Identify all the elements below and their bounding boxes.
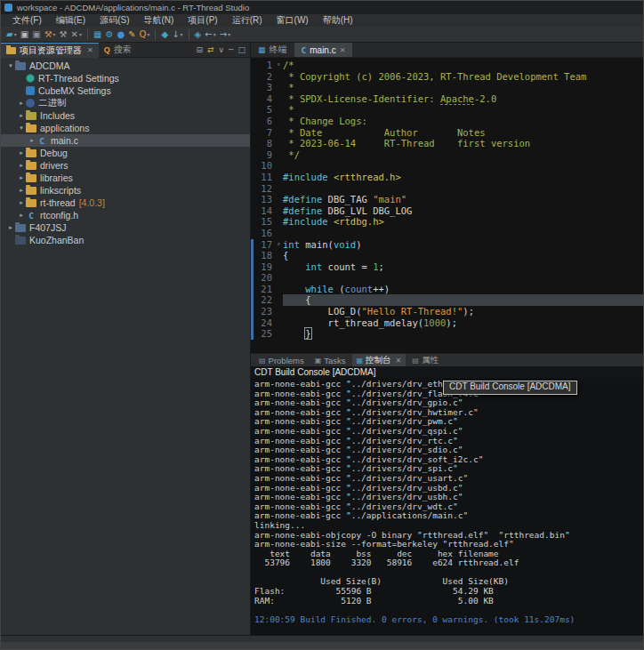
code-line[interactable]: 15#include <rtdbg.h> xyxy=(251,216,643,228)
tree-item-rtconfig-h[interactable]: ▸Crtconfig.h xyxy=(1,209,250,221)
tree-expander-icon[interactable]: ▸ xyxy=(17,212,26,219)
tree-item-kuozhanban[interactable]: KuoZhanBan xyxy=(1,234,250,246)
build-hammer-icon[interactable]: ⚒▾ xyxy=(43,28,58,42)
clean-icon[interactable]: ✕▾ xyxy=(69,28,84,42)
code-line[interactable]: 21 while (count++) xyxy=(251,284,643,295)
code-line[interactable]: 24 rt_thread_mdelay(1000); xyxy=(251,317,643,329)
code-line[interactable]: 9 */ xyxy=(251,149,643,161)
code-line[interactable]: 22 { xyxy=(251,294,643,306)
save-all-icon[interactable]: ▣ xyxy=(30,28,42,42)
menu-s[interactable]: 源码(S) xyxy=(93,14,135,27)
code-line[interactable]: 18{ xyxy=(251,250,643,261)
dropdown-caret-icon[interactable]: ▾ xyxy=(147,31,149,37)
fold-marker-icon[interactable]: ∘ xyxy=(275,60,283,71)
console-tab-item[interactable]: ▤属性 xyxy=(407,354,443,366)
menu-h[interactable]: 帮助(H) xyxy=(317,14,359,27)
tree-expander-icon[interactable]: ▸ xyxy=(28,137,36,144)
tree-expander-icon[interactable]: ▸ xyxy=(17,199,26,206)
code-line[interactable]: 13#define DBG_TAG "main" xyxy=(251,194,643,205)
tree-item-applications[interactable]: ▾applications xyxy=(1,122,250,134)
close-icon[interactable]: ✕ xyxy=(87,46,93,54)
link-editor-icon[interactable]: ⇄ xyxy=(207,45,214,54)
tree-expander-icon[interactable]: ▸ xyxy=(6,224,15,231)
dropdown-caret-icon[interactable]: ▾ xyxy=(14,31,17,37)
code-line[interactable]: 11#include <rtthread.h> xyxy=(251,172,643,183)
menu-n[interactable]: 导航(N) xyxy=(137,14,180,27)
collapse-all-icon[interactable]: ⊟ xyxy=(196,45,203,54)
droplet-icon[interactable]: ● xyxy=(115,28,126,42)
dropdown-caret-icon[interactable]: ▾ xyxy=(181,31,183,37)
fold-marker-icon[interactable]: ∘ xyxy=(275,239,283,251)
tree-item-f407jsj[interactable]: ▸F407JSJ xyxy=(1,221,250,234)
tree-item-libraries[interactable]: ▸libraries xyxy=(1,172,250,184)
back-arrow-icon[interactable]: ←▾ xyxy=(203,28,217,42)
tree-expander-icon[interactable]: ▾ xyxy=(6,62,15,69)
search-icon[interactable]: Q▾ xyxy=(138,28,152,42)
editor-tab-item[interactable]: ▦终端 xyxy=(251,43,294,57)
console-tab-tasks[interactable]: ▣Tasks xyxy=(310,354,350,366)
dropdown-caret-icon[interactable]: ▾ xyxy=(79,31,82,37)
debug-icon[interactable]: ◈ xyxy=(193,28,204,42)
tree-item-item[interactable]: ▸二进制 xyxy=(1,97,250,109)
package-icon[interactable]: ◆ xyxy=(159,28,170,42)
new-project-icon[interactable]: ▰▾ xyxy=(4,28,19,42)
tree-item-rt-thread[interactable]: ▸rt-thread[4.0.3] xyxy=(1,197,250,209)
tree-item-cubemx-settings[interactable]: CubeMX Settings xyxy=(1,84,250,97)
flash-download-icon[interactable]: ↓▾ xyxy=(170,28,184,42)
menu-w[interactable]: 窗口(W) xyxy=(270,14,315,27)
code-line[interactable]: 16 xyxy=(251,228,643,239)
console-tab-item[interactable]: ▦控制台✕ xyxy=(352,354,407,366)
code-line[interactable]: 7 * Date Author Notes xyxy=(251,127,643,139)
tree-expander-icon[interactable]: ▸ xyxy=(17,100,26,107)
tree-item-linkscripts[interactable]: ▸linkscripts xyxy=(1,184,250,197)
menu-p[interactable]: 项目(P) xyxy=(181,14,223,27)
tree-expander-icon[interactable]: ▸ xyxy=(17,162,26,169)
tree-item-rt-thread-settings[interactable]: RT-Thread Settings xyxy=(1,72,250,84)
code-line[interactable]: 8 * 2023-06-14 RT-Thread first version xyxy=(251,138,643,149)
tree-item-main-c[interactable]: ▸Cmain.c xyxy=(1,134,250,147)
tree-expander-icon[interactable]: ▸ xyxy=(17,112,26,119)
console-tab-problems[interactable]: ▤Problems xyxy=(254,354,309,366)
sdk-manager-icon[interactable]: ✎ xyxy=(126,28,137,42)
code-line[interactable]: 12 xyxy=(251,183,643,195)
code-line[interactable]: 19 int count = 1; xyxy=(251,261,643,273)
code-line[interactable]: 5 * xyxy=(251,104,643,116)
code-line[interactable]: 20 xyxy=(251,272,643,284)
view-menu-chevron-icon[interactable]: ∨ xyxy=(218,45,224,54)
code-line[interactable]: 17∘int main(void) xyxy=(251,239,643,251)
close-icon[interactable]: ✕ xyxy=(396,357,402,365)
dropdown-caret-icon[interactable]: ▾ xyxy=(53,31,56,37)
menu-r[interactable]: 运行(R) xyxy=(226,14,269,27)
tree-expander-icon[interactable]: ▸ xyxy=(17,174,26,181)
tree-expander-icon[interactable]: ▸ xyxy=(17,149,26,156)
gear-icon[interactable]: ⚙ xyxy=(103,28,115,42)
tree-item-adcdma[interactable]: ▾ADCDMA xyxy=(1,60,250,72)
code-line[interactable]: 14#define DBG_LVL DBG_LOG xyxy=(251,205,643,217)
dropdown-caret-icon[interactable]: ▾ xyxy=(228,31,230,37)
maximize-icon[interactable]: □ xyxy=(237,45,246,54)
terminal-icon[interactable]: ▦ xyxy=(92,28,103,42)
code-editor[interactable]: 1∘/*2 * Copyright (c) 2006-2023, RT-Thre… xyxy=(251,58,643,353)
tree-item-drivers[interactable]: ▸drivers xyxy=(1,159,250,172)
wrench-icon[interactable]: ⚒ xyxy=(58,28,69,42)
minimize-icon[interactable]: ─ xyxy=(229,45,233,54)
dropdown-caret-icon[interactable]: ▾ xyxy=(213,31,216,37)
menu-e[interactable]: 编辑(E) xyxy=(50,14,92,27)
code-line[interactable]: 3 * xyxy=(251,82,643,93)
code-line[interactable]: 1∘/* xyxy=(251,60,643,71)
code-line[interactable]: 4 * SPDX-License-Identifier: Apache-2.0 xyxy=(251,93,643,105)
save-icon[interactable]: ▣ xyxy=(19,28,30,42)
code-line[interactable]: 2 * Copyright (c) 2006-2023, RT-Thread D… xyxy=(251,71,643,83)
menu-f[interactable]: 文件(F) xyxy=(6,14,48,27)
code-line[interactable]: 23 LOG_D("Hello RT-Thread!"); xyxy=(251,306,643,317)
editor-tab-main-c[interactable]: Cmain.c✕ xyxy=(294,43,353,57)
tab-search[interactable]: Q 搜索 xyxy=(99,43,137,58)
tab-project-explorer[interactable]: 项目资源管理器 ✕ xyxy=(1,43,99,58)
code-line[interactable]: 10 xyxy=(251,160,643,172)
tree-expander-icon[interactable]: ▸ xyxy=(17,187,26,194)
tree-item-includes[interactable]: ▸Includes xyxy=(1,109,250,122)
code-line[interactable]: 25 } xyxy=(251,328,643,340)
forward-arrow-icon[interactable]: →▾ xyxy=(218,28,232,42)
tree-expander-icon[interactable]: ▾ xyxy=(17,124,26,132)
close-icon[interactable]: ✕ xyxy=(340,46,346,54)
